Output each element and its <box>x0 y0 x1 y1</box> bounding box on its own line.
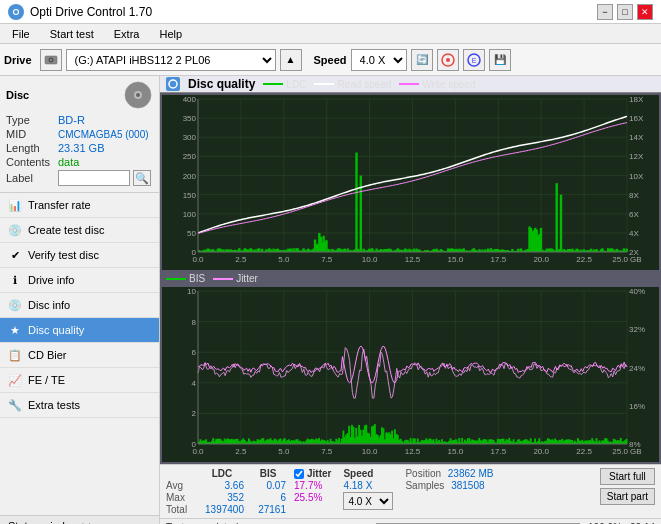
svg-point-9 <box>136 93 140 97</box>
sidebar-item-disc-info[interactable]: 💿 Disc info <box>0 293 159 318</box>
stats-empty <box>166 468 194 479</box>
avg-bis: 0.07 <box>250 480 286 491</box>
jitter-checkbox[interactable] <box>294 469 304 479</box>
erase-button[interactable]: E <box>463 49 485 71</box>
disc-quality-nav-icon: ★ <box>8 323 22 337</box>
app-title: Opti Drive Control 1.70 <box>30 5 152 19</box>
speed-header: Speed <box>343 468 393 479</box>
total-label: Total <box>166 504 194 515</box>
drive-info-icon: ℹ <box>8 273 22 287</box>
bis-chart <box>162 287 659 462</box>
disc-icon <box>123 80 153 110</box>
stats-speed: Speed 4.18 X 4.0 X <box>343 468 393 510</box>
sidebar-item-label: Transfer rate <box>28 199 91 211</box>
sidebar-item-create-test-disc[interactable]: 💿 Create test disc <box>0 218 159 243</box>
create-test-disc-icon: 💿 <box>8 223 22 237</box>
refresh-button[interactable]: 🔄 <box>411 49 433 71</box>
mid-label: MID <box>6 128 58 140</box>
avg-ldc: 3.66 <box>200 480 244 491</box>
svg-point-11 <box>169 80 177 88</box>
sidebar-item-fe-te[interactable]: 📈 FE / TE <box>0 368 159 393</box>
label-label: Label <box>6 172 58 184</box>
title-bar: O Opti Drive Control 1.70 − □ ✕ <box>0 0 661 24</box>
samples-value: 381508 <box>451 480 484 491</box>
legend-bis-label: BIS <box>189 273 205 284</box>
disc-header-label: Disc <box>6 89 29 101</box>
drive-label: Drive <box>4 54 32 66</box>
start-full-button[interactable]: Start full <box>600 468 655 485</box>
stats-ldc-bis: LDC BIS Avg 3.66 0.07 Max 352 6 Total 13… <box>166 468 286 515</box>
bis-chart-canvas <box>162 287 659 462</box>
sidebar: Disc Type BD-R MID CMCMAGBA5 (000) <box>0 76 160 524</box>
cd-bier-icon: 📋 <box>8 348 22 362</box>
legend-read-speed-color <box>314 83 334 85</box>
samples-label: Samples <box>405 480 444 491</box>
legend-jitter: Jitter <box>213 273 258 284</box>
max-bis: 6 <box>250 492 286 503</box>
legend-ldc: LDC <box>263 79 306 90</box>
menu-start-test[interactable]: Start test <box>42 26 102 42</box>
nav-items: 📊 Transfer rate 💿 Create test disc ✔ Ver… <box>0 193 159 515</box>
menu-extra[interactable]: Extra <box>106 26 148 42</box>
quality-header-icon <box>166 77 180 91</box>
speed-mode-select[interactable]: 4.0 X <box>343 492 393 510</box>
svg-text:E: E <box>471 57 476 64</box>
label-input[interactable] <box>58 170 130 186</box>
avg-label: Avg <box>166 480 194 491</box>
stats-position: Position 23862 MB Samples 381508 <box>405 468 493 491</box>
speed-select[interactable]: 4.0 X <box>351 49 407 71</box>
ldc-chart-canvas <box>162 95 659 270</box>
stats-jitter: Jitter 17.7% 25.5% <box>294 468 331 503</box>
maximize-button[interactable]: □ <box>617 4 633 20</box>
drive-select[interactable]: (G:) ATAPI iHBS112 2 PL06 <box>66 49 276 71</box>
jitter-header: Jitter <box>307 468 331 479</box>
disc-quality-icon[interactable] <box>437 49 459 71</box>
legend-read-speed: Read speed <box>314 79 391 90</box>
progress-bar-container: Tests completed 100.0% 33:14 <box>160 518 661 524</box>
extra-tests-icon: 🔧 <box>8 398 22 412</box>
menu-help[interactable]: Help <box>151 26 190 42</box>
stats-bis-header: BIS <box>250 468 286 479</box>
app-icon: O <box>8 4 24 20</box>
verify-test-disc-icon: ✔ <box>8 248 22 262</box>
main-content-area: Disc quality LDC Read speed Write speed <box>160 76 661 524</box>
sidebar-item-label: Verify test disc <box>28 249 99 261</box>
sidebar-item-extra-tests[interactable]: 🔧 Extra tests <box>0 393 159 418</box>
minimize-button[interactable]: − <box>597 4 613 20</box>
contents-label: Contents <box>6 156 58 168</box>
sidebar-item-cd-bier[interactable]: 📋 CD Bier <box>0 343 159 368</box>
sidebar-item-verify-test-disc[interactable]: ✔ Verify test disc <box>0 243 159 268</box>
position-label: Position <box>405 468 441 479</box>
sidebar-item-disc-quality[interactable]: ★ Disc quality <box>0 318 159 343</box>
svg-point-2 <box>50 59 52 61</box>
close-button[interactable]: ✕ <box>637 4 653 20</box>
legend-write-speed-label: Write speed <box>422 79 475 90</box>
label-search-button[interactable]: 🔍 <box>133 170 151 186</box>
legend-bis-color <box>166 278 186 280</box>
legend-write-speed-color <box>399 83 419 85</box>
save-button[interactable]: 💾 <box>489 49 511 71</box>
sidebar-item-transfer-rate[interactable]: 📊 Transfer rate <box>0 193 159 218</box>
charts-area: BIS Jitter <box>160 93 661 464</box>
start-part-button[interactable]: Start part <box>600 488 655 505</box>
sidebar-item-label: Disc quality <box>28 324 84 336</box>
mid-value: CMCMAGBA5 (000) <box>58 129 149 140</box>
eject-button[interactable]: ▲ <box>280 49 302 71</box>
sidebar-item-label: CD Bier <box>28 349 67 361</box>
drive-icon-button[interactable] <box>40 49 62 71</box>
menu-file[interactable]: File <box>4 26 38 42</box>
legend-jitter-label: Jitter <box>236 273 258 284</box>
legend-ldc-label: LDC <box>286 79 306 90</box>
sidebar-item-label: Disc info <box>28 299 70 311</box>
stats-bar: LDC BIS Avg 3.66 0.07 Max 352 6 Total 13… <box>160 464 661 518</box>
chart2-header: BIS Jitter <box>162 272 659 285</box>
status-window-button[interactable]: Status window >> <box>0 515 159 524</box>
avg-jitter: 17.7% <box>294 480 331 491</box>
status-window-label: Status window >> <box>8 520 95 524</box>
sidebar-item-drive-info[interactable]: ℹ Drive info <box>0 268 159 293</box>
ldc-chart <box>162 95 659 270</box>
total-ldc: 1397400 <box>200 504 244 515</box>
menu-bar: File Start test Extra Help <box>0 24 661 44</box>
speed-value: 4.18 X <box>343 480 393 491</box>
type-value: BD-R <box>58 114 85 126</box>
